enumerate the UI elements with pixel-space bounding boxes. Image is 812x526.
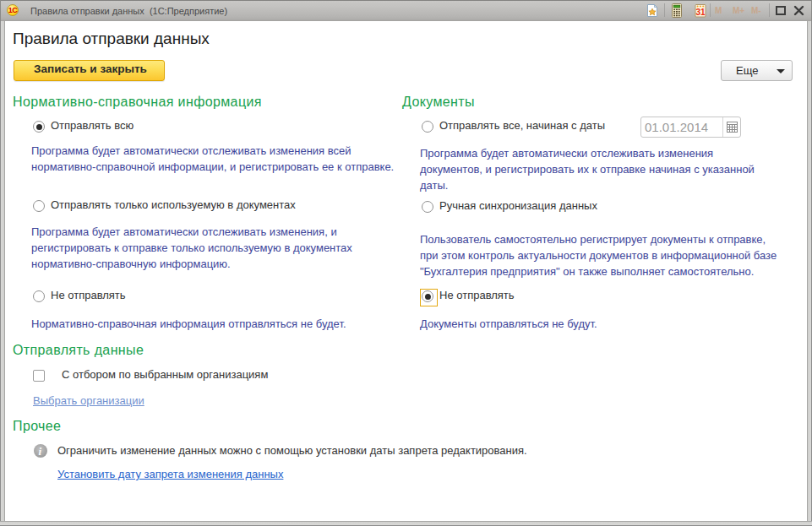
svg-text:31: 31 xyxy=(695,8,706,17)
